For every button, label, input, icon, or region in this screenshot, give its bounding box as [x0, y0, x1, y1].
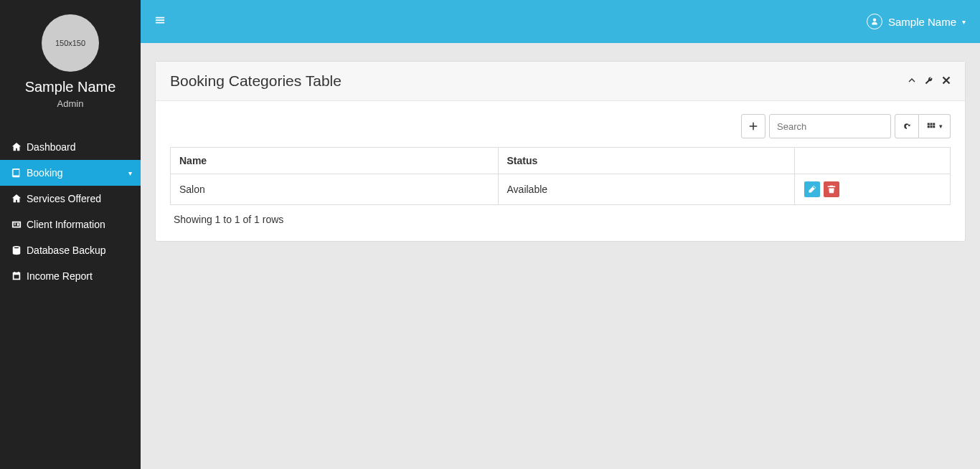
table-view-group: ▾ — [895, 114, 951, 138]
database-icon — [11, 245, 22, 255]
topbar-user-name: Sample Name — [888, 16, 956, 28]
col-name[interactable]: Name — [171, 148, 499, 174]
sidebar-item-booking[interactable]: Booking ▾ — [0, 160, 141, 186]
table-toolbar: ▾ — [170, 114, 951, 138]
topbar-user-menu[interactable]: Sample Name ▾ — [867, 14, 966, 29]
sidebar-item-database-backup[interactable]: Database Backup — [0, 237, 141, 263]
caret-down-icon: ▾ — [939, 123, 943, 130]
sidebar-item-label: Services Offered — [27, 193, 101, 204]
grid-icon — [926, 122, 936, 131]
refresh-button[interactable] — [895, 114, 919, 138]
sidebar: 150x150 Sample Name Admin Dashboard Book… — [0, 0, 141, 469]
table-row: Salon Available — [171, 174, 951, 205]
chevron-down-icon: ▾ — [962, 18, 966, 26]
add-button[interactable] — [741, 114, 765, 138]
booking-categories-table: Name Status Salon Available — [170, 147, 951, 205]
sidebar-user-role: Admin — [7, 98, 133, 109]
topbar: Sample Name ▾ — [141, 0, 980, 43]
id-card-icon — [11, 219, 22, 229]
sidebar-item-services-offered[interactable]: Services Offered — [0, 186, 141, 212]
delete-button[interactable] — [824, 181, 839, 197]
sidebar-item-label: Dashboard — [27, 141, 76, 153]
edit-button[interactable] — [804, 181, 820, 197]
refresh-icon — [903, 122, 911, 131]
sidebar-nav: Dashboard Booking ▾ Services Offered — [0, 134, 141, 289]
main: Sample Name ▾ Booking Categories Table — [141, 0, 980, 469]
sidebar-item-client-information[interactable]: Client Information — [0, 212, 141, 237]
sidebar-item-income-report[interactable]: Income Report — [0, 263, 141, 289]
columns-button[interactable]: ▾ — [919, 114, 951, 138]
menu-toggle-icon[interactable] — [155, 15, 165, 28]
collapse-icon[interactable] — [908, 75, 916, 87]
chevron-down-icon: ▾ — [128, 169, 132, 177]
home-icon — [11, 194, 22, 204]
wrench-icon[interactable] — [925, 75, 933, 87]
col-actions — [794, 148, 950, 174]
cell-status: Available — [498, 174, 794, 205]
table-footer: Showing 1 to 1 of 1 rows — [170, 205, 951, 228]
panel-tools — [908, 75, 951, 87]
sidebar-item-label: Income Report — [27, 270, 93, 282]
trash-icon — [827, 185, 836, 194]
sidebar-item-label: Database Backup — [27, 245, 106, 256]
table-header-row: Name Status — [171, 148, 951, 174]
plus-icon — [749, 122, 758, 131]
cell-name: Salon — [171, 174, 499, 205]
search-input[interactable] — [769, 114, 891, 138]
calendar-icon — [11, 271, 22, 281]
user-icon — [867, 14, 882, 29]
user-panel: 150x150 Sample Name Admin — [0, 0, 141, 120]
sidebar-item-label: Booking — [27, 167, 63, 179]
book-icon — [11, 168, 22, 178]
avatar: 150x150 — [42, 14, 99, 72]
sidebar-item-label: Client Information — [27, 219, 105, 230]
panel-booking-categories: Booking Categories Table — [155, 61, 966, 242]
cell-actions — [794, 174, 950, 205]
panel-header: Booking Categories Table — [156, 62, 965, 101]
content: Booking Categories Table — [141, 43, 980, 469]
panel-title: Booking Categories Table — [170, 72, 341, 90]
col-status[interactable]: Status — [498, 148, 794, 174]
home-icon — [11, 142, 22, 152]
pencil-icon — [808, 185, 816, 194]
sidebar-user-name: Sample Name — [7, 79, 133, 95]
close-icon[interactable] — [942, 75, 951, 87]
sidebar-item-dashboard[interactable]: Dashboard — [0, 134, 141, 160]
avatar-placeholder-text: 150x150 — [55, 39, 85, 47]
panel-body: ▾ Name Status Salon — [156, 101, 965, 241]
